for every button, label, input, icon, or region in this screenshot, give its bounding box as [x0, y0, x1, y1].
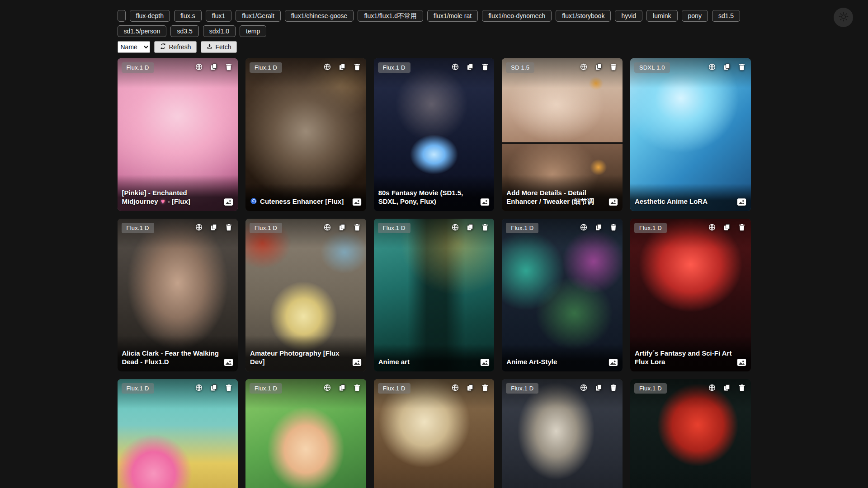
globe-icon[interactable] [195, 63, 203, 71]
model-card[interactable]: Flux.1 DArtify´s Fantasy and Sci-Fi Art … [630, 219, 751, 371]
globe-icon[interactable] [708, 384, 716, 392]
globe-icon[interactable] [580, 223, 588, 231]
model-card[interactable]: SD 1.5Add More Details - Detail Enhancer… [502, 58, 623, 211]
model-card[interactable]: Flux.1 DCuteness Enhancer [Flux] [245, 58, 366, 211]
globe-icon[interactable] [708, 63, 716, 71]
image-icon[interactable] [609, 358, 618, 366]
card-footer: Artify´s Fantasy and Sci-Fi Art Flux Lor… [630, 335, 751, 371]
filter-tag-sd1-5[interactable]: sd1.5 [712, 10, 740, 22]
model-card[interactable]: Flux.1 DAlicia Clark - Fear the Walking … [118, 219, 238, 371]
globe-icon[interactable] [323, 63, 331, 71]
model-card[interactable]: Flux.1 D [118, 379, 238, 488]
copy-icon[interactable] [594, 384, 603, 392]
globe-icon[interactable] [323, 223, 331, 231]
card-footer: Alicia Clark - Fear the Walking Dead - F… [118, 335, 238, 371]
trash-icon[interactable] [225, 223, 233, 231]
trash-icon[interactable] [609, 63, 618, 71]
globe-icon[interactable] [195, 223, 203, 231]
copy-icon[interactable] [210, 384, 218, 392]
card-title: Aesthetic Anime LoRA [635, 197, 708, 206]
model-card[interactable]: Flux.1 D [502, 379, 623, 488]
filter-tag-blank[interactable] [118, 10, 126, 22]
theme-toggle-button[interactable] [834, 8, 853, 27]
filter-tag-temp[interactable]: temp [240, 25, 266, 37]
trash-icon[interactable] [609, 223, 618, 231]
filter-tag-pony[interactable]: pony [682, 10, 708, 22]
trash-icon[interactable] [353, 63, 361, 71]
trash-icon[interactable] [738, 223, 746, 231]
globe-icon[interactable] [451, 63, 459, 71]
copy-icon[interactable] [723, 223, 731, 231]
copy-icon[interactable] [466, 384, 474, 392]
trash-icon[interactable] [481, 63, 489, 71]
trash-icon[interactable] [609, 384, 618, 392]
trash-icon[interactable] [481, 223, 489, 231]
copy-icon[interactable] [466, 63, 474, 71]
trash-icon[interactable] [353, 384, 361, 392]
filter-tag-hyvid[interactable]: hyvid [615, 10, 642, 22]
card-title: Alicia Clark - Fear the Walking Dead - F… [122, 349, 219, 366]
image-icon[interactable] [480, 198, 490, 206]
trash-icon[interactable] [353, 223, 361, 231]
toolbar: Name Refresh Fetch [118, 41, 751, 53]
globe-icon[interactable] [451, 384, 459, 392]
model-card[interactable]: Flux.1 D80s Fantasy Movie (SD1.5, SDXL, … [374, 58, 495, 211]
trash-icon[interactable] [225, 384, 233, 392]
globe-icon[interactable] [580, 63, 588, 71]
trash-icon[interactable] [481, 384, 489, 392]
globe-icon[interactable] [708, 223, 716, 231]
copy-icon[interactable] [210, 223, 218, 231]
image-icon[interactable] [224, 358, 233, 366]
model-card[interactable]: Flux.1 DAnime Art-Style [502, 219, 623, 371]
copy-icon[interactable] [594, 63, 603, 71]
model-card[interactable]: SDXL 1.0Aesthetic Anime LoRA [630, 58, 751, 211]
card-footer: Anime art [374, 344, 495, 371]
filter-tag-flux1-storybook[interactable]: flux1/storybook [556, 10, 611, 22]
filter-tag-sd3-5[interactable]: sd3.5 [170, 25, 198, 37]
filter-tag-flux1-neo-dynomech[interactable]: flux1/neo-dynomech [482, 10, 552, 22]
copy-icon[interactable] [338, 384, 346, 392]
model-card[interactable]: Flux.1 D[Pinkie] - Enchanted Midjourney … [118, 58, 238, 211]
image-icon[interactable] [352, 358, 362, 366]
copy-icon[interactable] [466, 223, 474, 231]
image-icon[interactable] [737, 198, 746, 206]
filter-tag-flux1-flux1-d不常用[interactable]: flux1/flux1.d不常用 [358, 10, 423, 22]
image-icon[interactable] [609, 198, 618, 206]
sort-select[interactable]: Name [118, 41, 150, 53]
fetch-button[interactable]: Fetch [201, 41, 237, 53]
trash-icon[interactable] [738, 63, 746, 71]
model-card[interactable]: Flux.1 DAnime art [374, 219, 495, 371]
copy-icon[interactable] [210, 63, 218, 71]
trash-icon[interactable] [738, 384, 746, 392]
filter-tag-flux-depth[interactable]: flux-depth [130, 10, 170, 22]
globe-icon[interactable] [195, 384, 203, 392]
copy-icon[interactable] [594, 223, 603, 231]
filter-tag-flux1-mole-rat[interactable]: flux1/mole rat [427, 10, 478, 22]
card-actions [195, 63, 233, 71]
image-icon[interactable] [737, 358, 746, 366]
image-icon[interactable] [352, 198, 362, 206]
globe-icon[interactable] [580, 384, 588, 392]
copy-icon[interactable] [338, 223, 346, 231]
copy-icon[interactable] [338, 63, 346, 71]
filter-tag-flux1[interactable]: flux1 [206, 10, 232, 22]
globe-icon[interactable] [323, 384, 331, 392]
model-card[interactable]: Flux.1 D [630, 379, 751, 488]
model-card[interactable]: Flux.1 D [374, 379, 495, 488]
trash-icon[interactable] [225, 63, 233, 71]
copy-icon[interactable] [723, 63, 731, 71]
filter-tag-flux-s[interactable]: flux.s [174, 10, 202, 22]
filter-tag-flux1-chinese-goose[interactable]: flux1/chinese-goose [285, 10, 354, 22]
model-card[interactable]: Flux.1 DAmateur Photography [Flux Dev] [245, 219, 366, 371]
filter-tag-flux1-geralt[interactable]: flux1/Geralt [236, 10, 281, 22]
model-card-grid: Flux.1 D[Pinkie] - Enchanted Midjourney … [118, 58, 751, 488]
filter-tag-sdxl1-0[interactable]: sdxl1.0 [203, 25, 236, 37]
copy-icon[interactable] [723, 384, 731, 392]
image-icon[interactable] [224, 198, 233, 206]
refresh-button[interactable]: Refresh [154, 41, 197, 53]
globe-icon[interactable] [451, 223, 459, 231]
filter-tag-lumink[interactable]: lumink [646, 10, 677, 22]
image-icon[interactable] [480, 358, 490, 366]
model-card[interactable]: Flux.1 D [245, 379, 366, 488]
filter-tag-sd1-5-person[interactable]: sd1.5/person [118, 25, 167, 37]
